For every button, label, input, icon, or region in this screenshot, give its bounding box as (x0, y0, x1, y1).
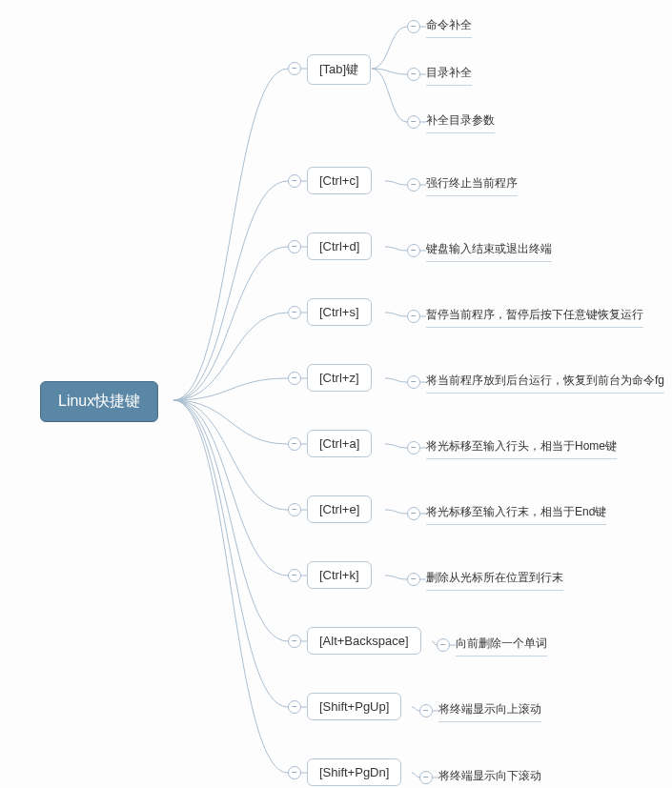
collapse-icon[interactable]: − (419, 704, 433, 717)
collapse-icon[interactable]: − (288, 240, 301, 253)
branch-node[interactable]: [Shift+PgUp] (307, 693, 401, 720)
branch-label: [Ctrl+d] (319, 239, 359, 253)
leaf-label: 将光标移至输入行末，相当于End键 (426, 505, 606, 518)
collapse-icon[interactable]: − (407, 115, 420, 129)
branch-node[interactable]: [Ctrl+a] (307, 430, 372, 457)
collapse-icon[interactable]: − (288, 174, 301, 188)
collapse-icon[interactable]: − (288, 62, 301, 75)
collapse-icon[interactable]: − (419, 771, 433, 784)
collapse-icon[interactable]: − (407, 310, 420, 323)
collapse-icon[interactable]: − (288, 503, 301, 516)
branch-label: [Alt+Backspace] (319, 634, 409, 648)
leaf-label: 目录补全 (426, 66, 472, 79)
leaf-node[interactable]: 命令补全 (426, 17, 472, 38)
leaf-label: 命令补全 (426, 18, 472, 31)
branch-node[interactable]: [Ctrl+e] (307, 495, 372, 523)
branch-label: [Shift+PgUp] (319, 699, 389, 714)
leaf-label: 将终端显示向上滚动 (438, 702, 541, 716)
branch-node[interactable]: [Ctrl+d] (307, 232, 372, 260)
branch-node[interactable]: [Ctrl+k] (307, 561, 372, 589)
collapse-icon[interactable]: − (288, 700, 301, 714)
collapse-icon[interactable]: − (407, 68, 420, 81)
branch-label: [Tab]键 (319, 62, 358, 76)
root-node[interactable]: Linux快捷键 (40, 381, 158, 422)
leaf-node[interactable]: 将光标移至输入行末，相当于End键 (426, 504, 606, 525)
collapse-icon[interactable]: − (407, 178, 420, 192)
branch-label: [Ctrl+c] (319, 173, 359, 188)
root-label: Linux快捷键 (58, 393, 140, 409)
collapse-icon[interactable]: − (437, 638, 450, 652)
collapse-icon[interactable]: − (407, 375, 420, 389)
collapse-icon[interactable]: − (407, 244, 420, 257)
collapse-icon[interactable]: − (288, 766, 301, 779)
collapse-icon[interactable]: − (288, 437, 301, 451)
leaf-label: 暂停当前程序，暂停后按下任意键恢复运行 (426, 308, 643, 321)
collapse-icon[interactable]: − (407, 507, 420, 520)
branch-label: [Ctrl+s] (319, 305, 359, 319)
branch-label: [Ctrl+z] (319, 371, 359, 385)
leaf-node[interactable]: 将终端显示向上滚动 (438, 701, 541, 722)
leaf-label: 将终端显示向下滚动 (438, 769, 541, 782)
collapse-icon[interactable]: − (407, 573, 420, 586)
leaf-node[interactable]: 强行终止当前程序 (426, 175, 518, 196)
leaf-node[interactable]: 删除从光标所在位置到行末 (426, 570, 563, 591)
collapse-icon[interactable]: − (288, 569, 301, 582)
branch-label: [Ctrl+e] (319, 502, 359, 516)
leaf-node[interactable]: 向前删除一个单词 (456, 636, 547, 657)
leaf-node[interactable]: 将当前程序放到后台运行，恢复到前台为命令fg (426, 373, 664, 394)
collapse-icon[interactable]: − (288, 635, 301, 648)
branch-node[interactable]: [Tab]键 (307, 54, 371, 85)
collapse-icon[interactable]: − (288, 306, 301, 319)
branch-node[interactable]: [Ctrl+c] (307, 167, 372, 194)
branch-label: [Ctrl+a] (319, 436, 359, 451)
leaf-node[interactable]: 补全目录参数 (426, 112, 495, 133)
collapse-icon[interactable]: − (407, 441, 420, 455)
branch-node[interactable]: [Ctrl+z] (307, 364, 372, 392)
collapse-icon[interactable]: − (288, 372, 301, 385)
leaf-label: 键盘输入结束或退出终端 (426, 242, 552, 255)
leaf-node[interactable]: 暂停当前程序，暂停后按下任意键恢复运行 (426, 307, 643, 328)
collapse-icon[interactable]: − (407, 20, 420, 33)
leaf-label: 补全目录参数 (426, 113, 495, 127)
leaf-node[interactable]: 将终端显示向下滚动 (438, 768, 541, 788)
leaf-label: 将当前程序放到后台运行，恢复到前台为命令fg (426, 374, 664, 387)
leaf-node[interactable]: 键盘输入结束或退出终端 (426, 241, 552, 262)
branch-node[interactable]: [Ctrl+s] (307, 298, 372, 326)
branch-node[interactable]: [Alt+Backspace] (307, 627, 421, 655)
leaf-label: 将光标移至输入行头，相当于Home键 (426, 439, 617, 453)
branch-label: [Ctrl+k] (319, 568, 359, 582)
leaf-node[interactable]: 目录补全 (426, 65, 472, 86)
leaf-label: 强行终止当前程序 (426, 176, 518, 190)
leaf-node[interactable]: 将光标移至输入行头，相当于Home键 (426, 438, 617, 459)
leaf-label: 向前删除一个单词 (456, 636, 547, 650)
branch-label: [Shift+PgDn] (319, 765, 389, 779)
leaf-label: 删除从光标所在位置到行末 (426, 571, 563, 584)
branch-node[interactable]: [Shift+PgDn] (307, 758, 401, 786)
